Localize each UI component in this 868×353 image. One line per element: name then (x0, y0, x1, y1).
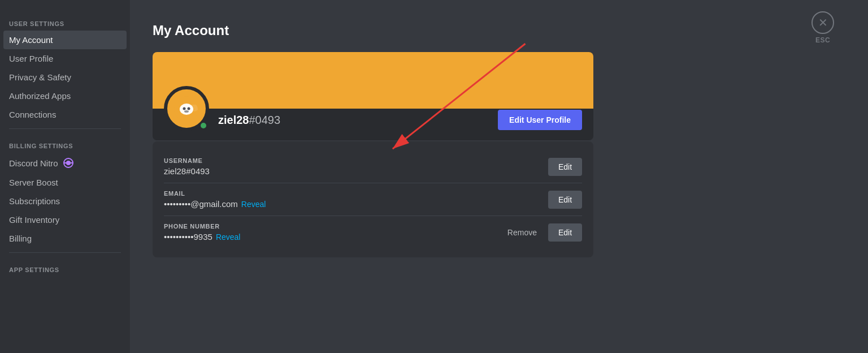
email-masked: •••••••••@gmail.com (164, 199, 238, 209)
sidebar-item-label: Billing (9, 234, 32, 243)
username-field: USERNAME ziel28#0493 (164, 157, 210, 176)
user-settings-label: User Settings (3, 11, 127, 31)
esc-label: ESC (815, 36, 830, 44)
sidebar-divider-2 (9, 252, 121, 253)
email-reveal-link[interactable]: Reveal (241, 200, 266, 209)
profile-left: ziel28#0493 (164, 109, 280, 131)
username-value: ziel28#0493 (164, 166, 210, 176)
sidebar-item-my-account[interactable]: My Account (3, 31, 127, 49)
sidebar-item-authorized-apps[interactable]: Authorized Apps (3, 87, 127, 105)
phone-reveal-link[interactable]: Reveal (216, 233, 241, 242)
main-content: My Account (130, 0, 868, 353)
email-row: EMAIL •••••••••@gmail.comReveal Edit (164, 183, 582, 216)
sidebar-item-connections[interactable]: Connections (3, 105, 127, 124)
sidebar: User Settings My Account User Profile Pr… (0, 0, 130, 353)
sidebar-item-label: Authorized Apps (9, 91, 71, 101)
sidebar-item-gift-inventory[interactable]: Gift Inventory (3, 210, 127, 229)
email-actions: Edit (548, 191, 582, 209)
close-button[interactable]: ✕ (811, 11, 834, 34)
account-info-section: USERNAME ziel28#0493 Edit EMAIL ••••••••… (153, 141, 593, 257)
svg-point-4 (180, 104, 193, 115)
profile-card: ziel28#0493 Edit User Profile (153, 52, 593, 140)
sidebar-item-server-boost[interactable]: Server Boost (3, 173, 127, 192)
edit-user-profile-button[interactable]: Edit User Profile (498, 110, 582, 130)
sidebar-item-label: My Account (9, 35, 53, 45)
online-status-dot (199, 121, 208, 130)
username-edit-button[interactable]: Edit (548, 158, 582, 176)
email-value: •••••••••@gmail.comReveal (164, 199, 266, 209)
email-label: EMAIL (164, 190, 266, 197)
phone-row: PHONE NUMBER ••••••••••9935Reveal Remove… (164, 216, 582, 248)
username-actions: Edit (548, 158, 582, 176)
sidebar-item-label: Discord Nitro (9, 158, 58, 168)
discriminator-text: #0493 (249, 114, 280, 126)
email-edit-button[interactable]: Edit (548, 191, 582, 209)
phone-value: ••••••••••9935Reveal (164, 232, 240, 242)
phone-masked: ••••••••••9935 (164, 232, 212, 242)
app-settings-label: App Settings (3, 257, 127, 277)
profile-username: ziel28#0493 (218, 114, 280, 127)
close-button-wrap: ✕ ESC (811, 11, 834, 44)
svg-point-5 (183, 107, 186, 110)
discord-logo-icon (174, 96, 199, 121)
sidebar-item-billing[interactable]: Billing (3, 229, 127, 248)
nitro-icon (63, 157, 74, 169)
sidebar-item-label: Server Boost (9, 178, 58, 187)
sidebar-item-label: Gift Inventory (9, 215, 59, 225)
username-text: ziel28 (218, 114, 249, 126)
sidebar-item-label: Privacy & Safety (9, 72, 71, 82)
profile-info-bar: ziel28#0493 Edit User Profile (153, 109, 593, 140)
svg-point-7 (184, 110, 189, 113)
close-icon: ✕ (818, 16, 828, 29)
profile-banner (153, 52, 593, 109)
sidebar-item-label: User Profile (9, 54, 53, 63)
username-row: USERNAME ziel28#0493 Edit (164, 150, 582, 183)
svg-point-6 (188, 107, 190, 110)
phone-edit-button[interactable]: Edit (548, 223, 582, 242)
phone-label: PHONE NUMBER (164, 223, 240, 230)
sidebar-divider (9, 128, 121, 129)
sidebar-item-discord-nitro[interactable]: Discord Nitro (3, 153, 127, 173)
phone-remove-button[interactable]: Remove (501, 223, 544, 242)
avatar-wrap (164, 86, 209, 131)
username-label: USERNAME (164, 157, 210, 164)
page-title: My Account (153, 23, 845, 38)
sidebar-item-label: Connections (9, 110, 56, 119)
phone-field: PHONE NUMBER ••••••••••9935Reveal (164, 223, 240, 242)
sidebar-item-privacy-safety[interactable]: Privacy & Safety (3, 68, 127, 87)
billing-settings-label: Billing Settings (3, 134, 127, 153)
sidebar-item-subscriptions[interactable]: Subscriptions (3, 192, 127, 210)
sidebar-item-label: Subscriptions (9, 196, 60, 206)
phone-actions: Remove Edit (501, 223, 582, 242)
email-field: EMAIL •••••••••@gmail.comReveal (164, 190, 266, 209)
sidebar-item-user-profile[interactable]: User Profile (3, 49, 127, 68)
info-sections: USERNAME ziel28#0493 Edit EMAIL ••••••••… (153, 141, 593, 257)
